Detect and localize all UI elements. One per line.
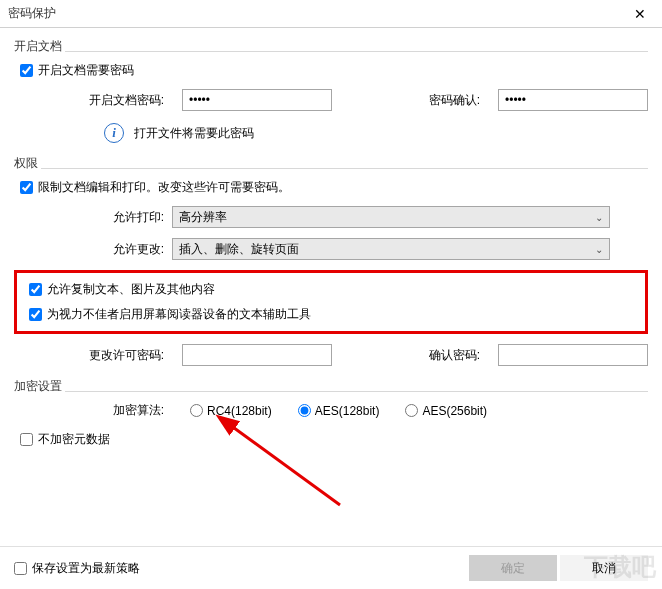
row-permission-passwords: 更改许可密码: 确认密码:: [14, 344, 648, 366]
footer-buttons: 确定 取消: [469, 555, 648, 581]
label-encrypt-algo: 加密算法:: [74, 402, 164, 419]
radio-label-aes-256: AES(256bit): [422, 404, 487, 418]
ok-button[interactable]: 确定: [469, 555, 557, 581]
radio-rc4-128[interactable]: RC4(128bit): [190, 404, 272, 418]
select-allow-change-value: 插入、删除、旋转页面: [179, 241, 299, 258]
radio-input-aes-256[interactable]: [405, 404, 418, 417]
radio-aes-256[interactable]: AES(256bit): [405, 404, 487, 418]
input-permission-password[interactable]: [182, 344, 332, 366]
row-restrict: 限制文档编辑和打印。改变这些许可需要密码。: [14, 179, 648, 196]
group-label-encryption: 加密设置: [14, 378, 65, 395]
label-allow-print: 允许打印:: [74, 209, 164, 226]
row-allow-change: 允许更改: 插入、删除、旋转页面 ⌄: [14, 238, 648, 260]
chevron-down-icon: ⌄: [595, 212, 603, 223]
label-restrict: 限制文档编辑和打印。改变这些许可需要密码。: [38, 179, 290, 196]
label-save-policy: 保存设置为最新策略: [32, 560, 140, 577]
info-icon: i: [104, 123, 124, 143]
footer-bar: 保存设置为最新策略 确定 取消: [0, 546, 662, 589]
group-permissions: 权限 限制文档编辑和打印。改变这些许可需要密码。 允许打印: 高分辨率 ⌄ 允许…: [14, 155, 648, 366]
chevron-down-icon: ⌄: [595, 244, 603, 255]
radio-input-aes-128[interactable]: [298, 404, 311, 417]
group-label-open: 开启文档: [14, 38, 65, 55]
window-title: 密码保护: [8, 5, 56, 22]
input-permission-password-confirm[interactable]: [498, 344, 648, 366]
annotation-highlight-box: 允许复制文本、图片及其他内容 为视力不佳者启用屏幕阅读器设备的文本辅助工具: [14, 270, 648, 334]
title-bar: 密码保护 ✕: [0, 0, 662, 28]
input-open-password-confirm[interactable]: [498, 89, 648, 111]
checkbox-require-open-password[interactable]: [20, 64, 33, 77]
checkbox-allow-copy[interactable]: [29, 283, 42, 296]
label-no-encrypt-meta: 不加密元数据: [38, 431, 110, 448]
checkbox-allow-screen-reader[interactable]: [29, 308, 42, 321]
row-allow-copy: 允许复制文本、图片及其他内容: [25, 281, 637, 298]
info-text: 打开文件将需要此密码: [134, 125, 254, 142]
row-open-info: i 打开文件将需要此密码: [14, 123, 648, 143]
divider: [14, 391, 648, 392]
group-label-permissions: 权限: [14, 155, 41, 172]
dialog-content: 开启文档 开启文档需要密码 开启文档密码: 密码确认: i 打开文件将需要此密码…: [0, 28, 662, 448]
label-open-password-confirm: 密码确认:: [420, 92, 480, 109]
label-allow-screen-reader: 为视力不佳者启用屏幕阅读器设备的文本辅助工具: [47, 306, 311, 323]
label-require-open-password: 开启文档需要密码: [38, 62, 134, 79]
label-allow-copy: 允许复制文本、图片及其他内容: [47, 281, 215, 298]
row-require-open-password: 开启文档需要密码: [14, 62, 648, 79]
row-no-encrypt-meta: 不加密元数据: [14, 431, 648, 448]
label-permission-password-confirm: 确认密码:: [420, 347, 480, 364]
cancel-button[interactable]: 取消: [560, 555, 648, 581]
row-allow-print: 允许打印: 高分辨率 ⌄: [14, 206, 648, 228]
row-save-policy: 保存设置为最新策略: [14, 560, 140, 577]
checkbox-no-encrypt-meta[interactable]: [20, 433, 33, 446]
radio-label-rc4-128: RC4(128bit): [207, 404, 272, 418]
select-allow-print[interactable]: 高分辨率 ⌄: [172, 206, 610, 228]
radio-aes-128[interactable]: AES(128bit): [298, 404, 380, 418]
radio-label-aes-128: AES(128bit): [315, 404, 380, 418]
divider: [14, 51, 648, 52]
checkbox-save-policy[interactable]: [14, 562, 27, 575]
row-encrypt-algo: 加密算法: RC4(128bit) AES(128bit) AES(256bit…: [14, 402, 648, 419]
select-allow-print-value: 高分辨率: [179, 209, 227, 226]
row-open-passwords: 开启文档密码: 密码确认:: [14, 89, 648, 111]
group-open-document: 开启文档 开启文档需要密码 开启文档密码: 密码确认: i 打开文件将需要此密码: [14, 38, 648, 143]
group-encryption: 加密设置 加密算法: RC4(128bit) AES(128bit) AES(2…: [14, 378, 648, 448]
divider: [14, 168, 648, 169]
select-allow-change[interactable]: 插入、删除、旋转页面 ⌄: [172, 238, 610, 260]
label-permission-password: 更改许可密码:: [74, 347, 164, 364]
row-allow-screen-reader: 为视力不佳者启用屏幕阅读器设备的文本辅助工具: [25, 306, 637, 323]
checkbox-restrict[interactable]: [20, 181, 33, 194]
label-allow-change: 允许更改:: [74, 241, 164, 258]
radio-input-rc4-128[interactable]: [190, 404, 203, 417]
label-open-password: 开启文档密码:: [74, 92, 164, 109]
close-icon[interactable]: ✕: [626, 4, 654, 24]
input-open-password[interactable]: [182, 89, 332, 111]
